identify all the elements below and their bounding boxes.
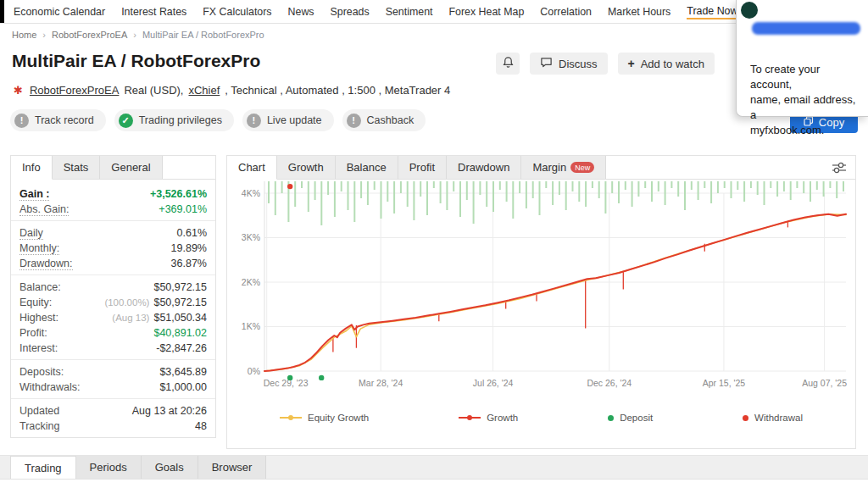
legend-withdrawal: Withdrawal — [743, 413, 803, 423]
nav-item-correlation[interactable]: Correlation — [540, 6, 592, 18]
system-icon: ✱ — [14, 84, 23, 97]
nav-item-economic-calendar[interactable]: Economic Calendar — [14, 6, 105, 18]
badge-trading-privileges[interactable]: ✓Trading privileges — [114, 109, 234, 131]
breadcrumb-item-home[interactable]: Home — [12, 30, 36, 40]
bell-icon — [502, 56, 515, 71]
stat-value: 36.87% — [171, 258, 207, 269]
tab-profit[interactable]: Profit — [398, 156, 447, 179]
stat-value: $1,000.00 — [159, 381, 207, 393]
tab-growth[interactable]: Growth — [277, 156, 336, 179]
tab-margin[interactable]: MarginNew — [521, 156, 606, 179]
verification-badges: !Track record✓Trading privileges!Live up… — [10, 109, 426, 131]
chart-settings-icon[interactable] — [832, 161, 847, 178]
stat-amount: $50,972.15 — [153, 281, 207, 293]
stat-amount: 19.89% — [171, 242, 207, 254]
nav-item-market-hours[interactable]: Market Hours — [608, 6, 670, 18]
tab-periods[interactable]: Periods — [76, 456, 142, 479]
account-details-1: Real (USD), — [124, 84, 183, 97]
nav-item-forex-heat-map[interactable]: Forex Heat Map — [448, 6, 524, 18]
page: Economic CalendarInterest RatesFX Calcul… — [0, 0, 868, 488]
chart-panel: ChartGrowthBalanceProfitDrawdownMarginNe… — [226, 155, 856, 449]
exclamation-icon: ! — [247, 114, 261, 128]
svg-text:4K%: 4K% — [242, 188, 260, 198]
stat-amount: 48 — [195, 420, 207, 432]
svg-text:Mar 28, '24: Mar 28, '24 — [359, 378, 403, 388]
divider — [11, 359, 215, 360]
stat-amount: $51,050.34 — [153, 312, 207, 324]
tab-general[interactable]: General — [100, 156, 162, 179]
legend-equity-growth: Equity Growth — [280, 413, 369, 423]
discuss-button[interactable]: Discuss — [530, 53, 608, 75]
legend-deposit: Deposit — [608, 413, 653, 423]
broker-link[interactable]: xChief — [188, 84, 220, 97]
nav-item-sentiment[interactable]: Sentiment — [386, 6, 433, 18]
stat-label: Withdrawals: — [19, 381, 81, 393]
tab-label: Profit — [409, 161, 435, 174]
stats-tabs: InfoStatsGeneral — [11, 156, 215, 180]
tab-browser[interactable]: Browser — [198, 456, 267, 479]
nav-item-interest-rates[interactable]: Interest Rates — [121, 6, 186, 18]
divider — [11, 274, 215, 275]
svg-text:Apr 15, '25: Apr 15, '25 — [703, 378, 746, 388]
badge-label: Track record — [35, 114, 94, 126]
plus-icon: + — [628, 57, 635, 70]
nav-item-news[interactable]: News — [288, 6, 314, 18]
bottom-tab-bar: TradingPeriodsGoalsBrowser — [0, 455, 868, 480]
tab-label: Browser — [212, 461, 253, 474]
stat-row-balance: Balance:$50,972.15 — [11, 280, 215, 295]
corner-marker — [0, 0, 4, 23]
tab-label: Goals — [155, 461, 184, 474]
stat-row-tracking: Tracking48 — [11, 419, 215, 434]
stat-label: Interest: — [19, 342, 58, 354]
legend-label: Equity Growth — [308, 413, 369, 423]
growth-chart[interactable]: 0%1K%2K%3K%4K%Dec 29, '23Mar 28, '24Jul … — [231, 180, 851, 410]
badge-cashback[interactable]: !Cashback — [342, 109, 426, 131]
notifications-button[interactable] — [496, 53, 520, 75]
legend-label: Deposit — [620, 413, 653, 423]
tab-chart[interactable]: Chart — [227, 156, 277, 180]
account-link[interactable]: RobotForexProEA — [30, 84, 120, 97]
stat-label: Deposits: — [19, 366, 64, 378]
stat-amount: Aug 13 at 20:26 — [132, 405, 207, 417]
stat-amount: +3,526.61% — [150, 188, 207, 200]
popup-text-3: myfxbook.com. — [750, 123, 860, 138]
stat-row-daily: Daily0.61% — [11, 225, 215, 241]
nav-item-fx-calculators[interactable]: FX Calculators — [203, 6, 271, 18]
stat-label: Daily — [19, 227, 43, 240]
tab-info[interactable]: Info — [11, 156, 53, 180]
tab-label: Info — [22, 161, 41, 174]
stat-row-deposits: Deposits:$3,645.89 — [11, 364, 215, 380]
stat-prefix: (100.00%) — [104, 297, 149, 308]
add-to-watch-label: Add to watch — [641, 58, 704, 70]
stat-label: Drawdown: — [19, 258, 73, 270]
tab-stats[interactable]: Stats — [53, 156, 101, 179]
stat-label: Profit: — [19, 327, 47, 339]
signup-popup: To create your account, name, email addr… — [736, 0, 868, 117]
breadcrumb-separator: › — [42, 30, 46, 40]
stat-label: Monthly: — [19, 242, 59, 255]
tab-drawdown[interactable]: Drawdown — [447, 156, 521, 179]
stat-value: (100.00%)$50,972.15 — [104, 297, 207, 308]
nav-menu: Economic CalendarInterest RatesFX Calcul… — [14, 6, 670, 18]
badge-live-update[interactable]: !Live update — [242, 109, 334, 131]
divider — [11, 398, 215, 399]
stat-row-abs-gain: Abs. Gain:+369.01% — [11, 202, 215, 217]
add-to-watch-button[interactable]: + Add to watch — [618, 53, 715, 75]
tab-goals[interactable]: Goals — [142, 456, 198, 479]
tab-label: Chart — [238, 161, 265, 174]
discuss-label: Discuss — [559, 58, 598, 70]
stat-label: Gain : — [19, 188, 49, 201]
legend-label: Withdrawal — [754, 413, 803, 423]
tab-trading[interactable]: Trading — [10, 456, 76, 479]
chat-icon — [540, 56, 553, 71]
stat-value: $50,972.15 — [153, 281, 207, 293]
breadcrumb-item-robotforexproea[interactable]: RobotForexProEA — [52, 30, 127, 40]
badge-track-record[interactable]: !Track record — [10, 109, 106, 131]
header-actions: Discuss + Add to watch — [496, 53, 715, 75]
tab-label: Trading — [25, 462, 62, 474]
breadcrumb-separator: › — [133, 30, 136, 40]
nav-item-spreads[interactable]: Spreads — [331, 6, 370, 18]
tab-balance[interactable]: Balance — [336, 156, 398, 179]
stat-row-profit: Profit:$40,891.02 — [11, 325, 215, 341]
stat-row-withdrawals: Withdrawals:$1,000.00 — [11, 380, 215, 395]
